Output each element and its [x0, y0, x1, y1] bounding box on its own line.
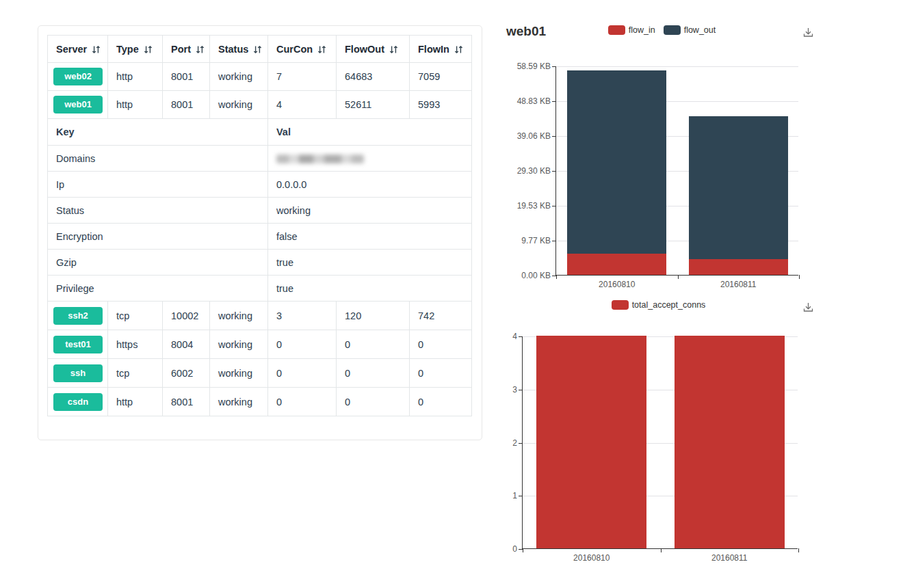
- y-tick-mark: [552, 171, 556, 172]
- detail-value: false: [268, 224, 472, 250]
- server-row-csdn[interactable]: csdnhttp8001working000: [48, 388, 472, 416]
- cell-status: working: [210, 302, 268, 330]
- cell-flowout: 120: [337, 302, 410, 330]
- column-label: FlowIn: [418, 44, 449, 55]
- download-icon[interactable]: [802, 27, 815, 42]
- cell-port: 8001: [163, 63, 210, 91]
- cell-flowin: 0: [410, 359, 472, 388]
- y-tick-label: 3: [465, 385, 517, 395]
- x-tick-label: 20160810: [544, 553, 640, 563]
- y-tick-mark: [552, 241, 556, 241]
- x-tick-mark: [661, 548, 662, 552]
- y-tick-mark: [519, 390, 523, 390]
- column-label: Type: [116, 44, 139, 55]
- server-row-ssh[interactable]: sshtcp6002working000: [48, 359, 472, 388]
- column-header-server[interactable]: Server: [48, 36, 108, 63]
- y-tick-label: 39.06 KB: [499, 131, 551, 141]
- cell-type: http: [108, 63, 163, 91]
- x-tick-mark: [798, 548, 799, 552]
- cell-flowout: 0: [337, 388, 410, 416]
- bar-segment-flow_out: [689, 116, 788, 259]
- detail-value: 0.0.0.0: [268, 172, 472, 198]
- cell-type: http: [108, 388, 163, 416]
- server-row-web01[interactable]: web01http8001working4526115993: [48, 91, 472, 119]
- bar-segment-flow_out: [567, 70, 666, 254]
- cell-status: working: [210, 91, 268, 119]
- cell-type: tcp: [108, 302, 163, 330]
- detail-key: Gzip: [48, 250, 268, 276]
- server-row-ssh2[interactable]: ssh2tcp10002working3120742: [48, 302, 472, 330]
- server-row-test01[interactable]: test01https8004working000: [48, 330, 472, 359]
- bar-segment-flow_in: [567, 254, 666, 275]
- gridline: [556, 66, 798, 67]
- server-row-web02[interactable]: web02http8001working7646837059: [48, 63, 472, 91]
- column-header-port[interactable]: Port: [163, 36, 210, 63]
- sort-icon: [389, 44, 398, 55]
- detail-value: true: [268, 276, 472, 302]
- cell-port: 8004: [163, 330, 210, 359]
- bar-20160810: [536, 336, 646, 548]
- detail-row-privilege: Privilegetrue: [48, 276, 472, 302]
- bar-20160811: [689, 116, 788, 275]
- cell-flowin: 7059: [410, 63, 472, 91]
- cell-server: web02: [48, 63, 108, 91]
- column-header-status[interactable]: Status: [210, 36, 268, 63]
- server-badge[interactable]: csdn: [53, 393, 103, 411]
- cell-flowout: 64683: [337, 63, 410, 91]
- cell-status: working: [210, 359, 268, 388]
- column-label: Port: [171, 44, 191, 55]
- server-badge[interactable]: ssh2: [53, 307, 103, 325]
- cell-status: working: [210, 330, 268, 359]
- server-table-card: ServerTypePortStatusCurConFlowOutFlowIn …: [38, 25, 482, 440]
- server-table: ServerTypePortStatusCurConFlowOutFlowIn …: [47, 35, 472, 416]
- column-header-type[interactable]: Type: [108, 36, 163, 63]
- cell-flowout: 52611: [337, 91, 410, 119]
- chart-plot-area: 58.59 KB48.83 KB39.06 KB29.30 KB19.53 KB…: [555, 66, 798, 276]
- y-tick-label: 9.77 KB: [499, 236, 551, 245]
- legend-item-total_accept_conns[interactable]: total_accept_conns: [612, 300, 706, 310]
- cell-status: working: [210, 388, 268, 416]
- legend-label: total_accept_conns: [632, 300, 706, 310]
- y-tick-label: 58.59 KB: [499, 62, 551, 71]
- sort-icon: [253, 44, 262, 55]
- detail-key-header: Key: [48, 119, 268, 146]
- x-tick-mark: [556, 275, 557, 279]
- bar-segment-total_accept_conns: [536, 336, 646, 548]
- y-tick-mark: [519, 443, 523, 444]
- sort-icon: [196, 44, 205, 55]
- detail-key: Ip: [48, 172, 268, 198]
- column-header-curcon[interactable]: CurCon: [268, 36, 337, 63]
- detail-header-row: KeyVal: [48, 119, 472, 146]
- server-badge[interactable]: test01: [53, 336, 103, 353]
- column-header-flowout[interactable]: FlowOut: [337, 36, 410, 63]
- detail-row-gzip: Gziptrue: [48, 250, 472, 276]
- y-tick-label: 2: [465, 438, 517, 448]
- server-badge[interactable]: web02: [53, 68, 103, 85]
- server-badge[interactable]: web01: [53, 96, 103, 113]
- redacted-value: [276, 155, 364, 163]
- legend-item-flow_out[interactable]: flow_out: [664, 25, 716, 35]
- detail-key: Encryption: [48, 224, 268, 250]
- column-header-flowin[interactable]: FlowIn: [410, 36, 472, 63]
- download-icon[interactable]: [802, 302, 815, 317]
- chart-total-accept-conns: total_accept_conns 432102016081020160811: [493, 294, 824, 581]
- cell-port: 10002: [163, 302, 210, 330]
- bar-segment-total_accept_conns: [675, 336, 785, 548]
- y-tick-mark: [519, 336, 523, 337]
- cell-flowout: 0: [337, 359, 410, 388]
- legend-swatch: [664, 25, 681, 35]
- x-tick-label: 20160810: [569, 280, 665, 289]
- y-tick-mark: [552, 66, 556, 67]
- legend-item-flow_in[interactable]: flow_in: [608, 25, 655, 35]
- detail-value: [268, 146, 472, 172]
- legend-swatch: [612, 300, 629, 310]
- detail-key: Status: [48, 198, 268, 224]
- detail-row-ip: Ip0.0.0.0: [48, 172, 472, 198]
- bar-20160811: [675, 336, 785, 548]
- cell-curcon: 0: [268, 359, 337, 388]
- chart-legend: flow_inflow_out: [493, 25, 824, 35]
- server-badge[interactable]: ssh: [53, 364, 103, 382]
- detail-val-header: Val: [268, 119, 472, 146]
- sort-icon: [454, 44, 463, 55]
- chart-plot-area: 432102016081020160811: [522, 336, 798, 549]
